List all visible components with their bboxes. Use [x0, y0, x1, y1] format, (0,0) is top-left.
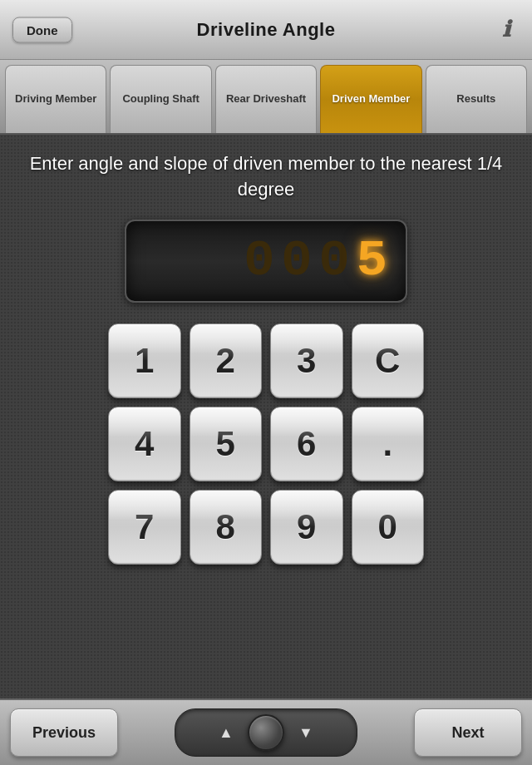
display-digit-0: 0	[244, 235, 276, 287]
slope-up-arrow[interactable]: ▲	[211, 718, 241, 748]
tab-results[interactable]: Results	[426, 65, 527, 133]
tab-coupling-shaft[interactable]: Coupling Shaft	[110, 65, 211, 133]
next-button[interactable]: Next	[414, 708, 522, 757]
slope-control: ▲ ▼	[175, 708, 357, 757]
main-content: Enter angle and slope of driven member t…	[0, 135, 532, 698]
key-decimal[interactable]: .	[352, 407, 425, 481]
header-title: Driveline Angle	[197, 19, 336, 41]
display-digit-3: 5	[357, 235, 389, 287]
instruction-text: Enter angle and slope of driven member t…	[25, 151, 507, 203]
key-4[interactable]: 4	[108, 407, 181, 481]
slope-knob[interactable]	[248, 714, 284, 751]
key-8[interactable]: 8	[190, 490, 263, 565]
display-digit-2: 0	[319, 235, 352, 287]
key-9[interactable]: 9	[270, 490, 343, 565]
key-clear[interactable]: C	[352, 323, 425, 398]
info-button[interactable]: ℹ	[493, 17, 520, 43]
tab-driving-member[interactable]: Driving Member	[5, 65, 106, 133]
key-3[interactable]: 3	[270, 323, 343, 398]
key-6[interactable]: 6	[270, 407, 343, 481]
previous-button[interactable]: Previous	[10, 708, 118, 757]
bottom-bar: Previous ▲ ▼ Next	[0, 698, 532, 765]
tab-driven-member[interactable]: Driven Member	[320, 65, 421, 133]
keypad: 123C456.7890	[108, 323, 424, 565]
done-button[interactable]: Done	[12, 17, 72, 42]
key-1[interactable]: 1	[108, 323, 181, 398]
key-2[interactable]: 2	[190, 323, 263, 398]
key-0[interactable]: 0	[352, 490, 425, 565]
display-container: 0005	[125, 220, 407, 303]
app-container: Done Driveline Angle ℹ Driving MemberCou…	[0, 0, 532, 765]
display-digit-1: 0	[281, 235, 313, 287]
tab-rear-driveshaft[interactable]: Rear Driveshaft	[215, 65, 317, 133]
key-5[interactable]: 5	[190, 407, 263, 481]
slope-down-arrow[interactable]: ▼	[291, 718, 321, 748]
display-digits: 0005	[143, 235, 389, 287]
header: Done Driveline Angle ℹ	[0, 0, 532, 60]
key-7[interactable]: 7	[108, 490, 181, 565]
tab-bar: Driving MemberCoupling ShaftRear Drivesh…	[0, 60, 532, 135]
info-icon: ℹ	[502, 17, 510, 42]
